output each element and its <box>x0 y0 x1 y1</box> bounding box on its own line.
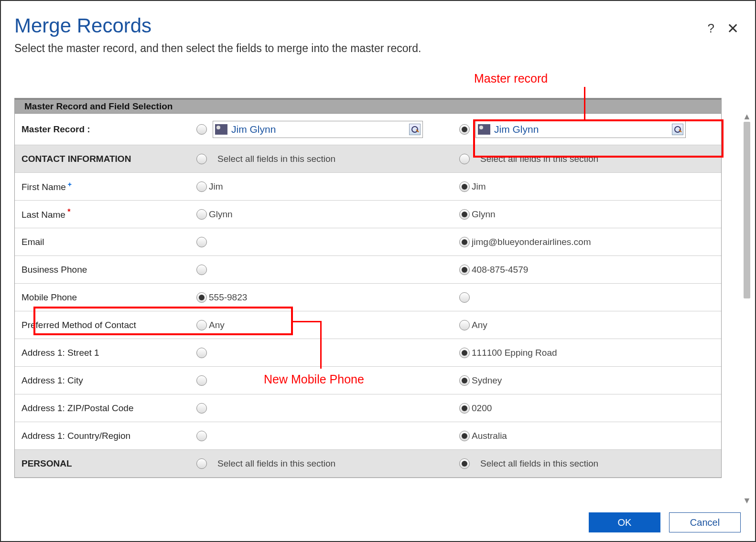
field-row: Emailjimg@blueyonderairlines.com <box>15 228 721 256</box>
field-label: Address 1: Street 1 <box>15 348 196 358</box>
field-row: Address 1: ZIP/Postal Code0200 <box>15 394 721 422</box>
select-all-personal-right[interactable] <box>459 458 470 469</box>
field-value-right: 0200 <box>472 403 492 414</box>
field-radio-left[interactable] <box>196 403 207 414</box>
field-value-right: Jim <box>472 181 486 192</box>
section-personal-row: PERSONAL Select all fields in this secti… <box>15 450 721 478</box>
field-radio-left[interactable] <box>196 431 207 441</box>
annotation-line <box>584 87 585 120</box>
field-radio-right[interactable] <box>459 403 470 414</box>
annotation-line <box>293 321 322 322</box>
field-value-left: Jim <box>209 181 223 192</box>
master-record-label: Master Record : <box>15 124 196 135</box>
scrollbar-thumb[interactable] <box>744 122 750 298</box>
field-value-right: 111100 Epping Road <box>472 348 557 358</box>
required-recommended-icon: + <box>66 181 72 188</box>
select-all-text-right: Select all fields in this section <box>480 154 598 164</box>
field-radio-left[interactable] <box>196 237 207 247</box>
field-radio-right[interactable] <box>459 265 470 275</box>
required-icon: * <box>65 208 71 216</box>
annotation-line <box>320 321 322 369</box>
field-label: Address 1: Country/Region <box>15 431 196 441</box>
field-radio-right[interactable] <box>459 320 470 330</box>
lookup-name-right: Jim Glynn <box>494 124 672 135</box>
field-radio-left[interactable] <box>196 209 207 220</box>
section-contact-row: CONTACT INFORMATION Select all fields in… <box>15 145 721 173</box>
select-all-contact-right[interactable] <box>459 154 470 164</box>
scroll-down-icon[interactable]: ▼ <box>743 496 751 506</box>
field-row: Preferred Method of ContactAnyAny <box>15 311 721 339</box>
dialog-subtitle: Select the master record, and then selec… <box>14 42 742 55</box>
field-radio-right[interactable] <box>459 237 470 247</box>
master-record-radio-right[interactable] <box>459 124 470 135</box>
lookup-left[interactable]: Jim Glynn <box>213 121 423 138</box>
field-label: First Name + <box>15 181 196 192</box>
field-label: Address 1: City <box>15 375 196 386</box>
field-row: First Name +JimJim <box>15 173 721 201</box>
select-all-contact-left[interactable] <box>196 154 207 164</box>
master-record-row: Master Record : Jim Glynn Jim Glynn <box>15 114 721 145</box>
field-radio-left[interactable] <box>196 292 207 303</box>
contact-card-icon <box>478 124 490 135</box>
section-header: Master Record and Field Selection <box>15 98 721 114</box>
field-row: Address 1: CitySydney <box>15 367 721 394</box>
field-value-right: Sydney <box>472 375 502 386</box>
field-radio-left[interactable] <box>196 375 207 386</box>
cancel-button[interactable]: Cancel <box>669 512 741 532</box>
field-row: Address 1: Street 1111100 Epping Road <box>15 339 721 367</box>
annotation-new-mobile-phone: New Mobile Phone <box>264 372 364 386</box>
field-value-right: Glynn <box>472 209 496 220</box>
master-record-radio-left[interactable] <box>196 124 207 135</box>
field-label: Email <box>15 237 196 247</box>
field-radio-right[interactable] <box>459 209 470 220</box>
annotation-master-record: Master record <box>474 72 548 85</box>
merge-table: Master Record and Field Selection Master… <box>14 98 722 478</box>
field-radio-left[interactable] <box>196 181 207 192</box>
field-value-right: 408-875-4579 <box>472 265 528 275</box>
field-radio-right[interactable] <box>459 348 470 358</box>
select-all-personal-left[interactable] <box>196 458 207 469</box>
select-all-text-right: Select all fields in this section <box>480 458 598 469</box>
field-value-right: Australia <box>472 431 507 441</box>
vertical-scrollbar[interactable]: ▲ ▼ <box>742 112 752 506</box>
field-radio-left[interactable] <box>196 265 207 275</box>
field-radio-left[interactable] <box>196 320 207 330</box>
field-row: Mobile Phone555-9823 <box>15 284 721 311</box>
field-value-left: 555-9823 <box>209 292 247 303</box>
scroll-up-icon[interactable]: ▲ <box>743 112 751 122</box>
section-personal-title: PERSONAL <box>15 458 196 469</box>
field-row: Business Phone408-875-4579 <box>15 256 721 284</box>
field-radio-right[interactable] <box>459 431 470 441</box>
dialog-footer: OK Cancel <box>589 512 741 532</box>
ok-button[interactable]: OK <box>589 512 660 532</box>
merge-records-dialog: ? ✕ Merge Records Select the master reco… <box>0 0 756 542</box>
field-row: Address 1: Country/RegionAustralia <box>15 422 721 450</box>
field-radio-right[interactable] <box>459 375 470 386</box>
field-value-right: Any <box>472 320 487 330</box>
section-contact-title: CONTACT INFORMATION <box>15 154 196 164</box>
lookup-name-left: Jim Glynn <box>231 124 409 135</box>
field-value-right: jimg@blueyonderairlines.com <box>472 237 591 247</box>
field-label: Business Phone <box>15 265 196 275</box>
field-label: Preferred Method of Contact <box>15 320 196 330</box>
field-radio-right[interactable] <box>459 292 470 303</box>
field-label: Mobile Phone <box>15 292 196 303</box>
field-radio-right[interactable] <box>459 181 470 192</box>
field-value-left: Any <box>209 320 225 330</box>
dialog-title: Merge Records <box>14 14 742 37</box>
lookup-search-icon[interactable] <box>672 124 683 135</box>
field-label: Last Name * <box>15 208 196 220</box>
help-icon[interactable]: ? <box>708 21 714 36</box>
field-label: Address 1: ZIP/Postal Code <box>15 403 196 414</box>
field-radio-left[interactable] <box>196 348 207 358</box>
select-all-text-left: Select all fields in this section <box>217 458 335 469</box>
lookup-search-icon[interactable] <box>409 124 421 135</box>
lookup-right[interactable]: Jim Glynn <box>475 121 686 138</box>
select-all-text-left: Select all fields in this section <box>217 154 335 164</box>
contact-card-icon <box>215 124 227 135</box>
scrollbar-track[interactable] <box>742 122 752 496</box>
field-row: Last Name *GlynnGlynn <box>15 201 721 228</box>
close-icon[interactable]: ✕ <box>727 20 739 37</box>
field-value-left: Glynn <box>209 209 233 220</box>
